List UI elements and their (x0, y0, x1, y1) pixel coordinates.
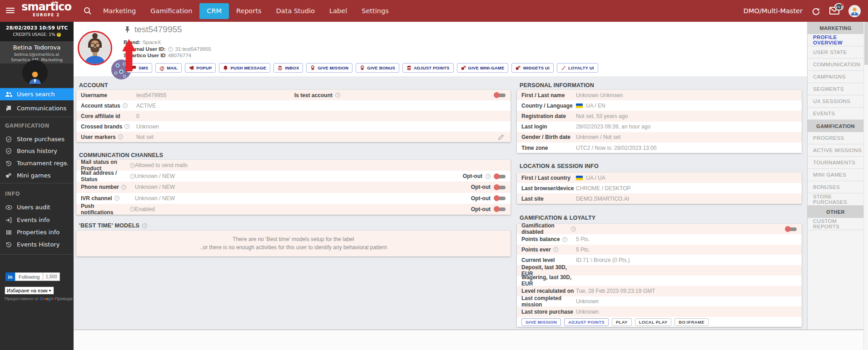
nav-marketing[interactable]: Marketing (96, 0, 143, 22)
rsb-item-segments[interactable]: SEGMENTS (808, 83, 863, 95)
give-bonus-button[interactable]: GIVE BONUS (356, 63, 399, 73)
gamification-disabled-toggle[interactable] (785, 226, 797, 232)
comm-row-ivr: IVR channel?Unknown / NEW Opt-out (76, 193, 511, 204)
help-icon[interactable]: ? (121, 185, 126, 190)
popup-button[interactable]: POPUP (185, 63, 216, 73)
help-icon[interactable]: ? (130, 163, 135, 168)
widgets-ui-button[interactable]: WIDGETS UI (511, 63, 553, 73)
sidebar-item-users-audit[interactable]: Users audit (0, 201, 74, 213)
give-mission-small-button[interactable]: GIVE MISSION (521, 318, 561, 326)
logo-environment-label: EUROPE 2 (21, 13, 72, 17)
sidebar-item-users-search[interactable]: Users search (0, 88, 74, 100)
help-icon[interactable]: ? (130, 207, 135, 212)
adjust-points-button[interactable]: ADJUST POINTS (402, 63, 454, 73)
nav-settings[interactable]: Settings (354, 0, 396, 22)
sidebar-item-properties-info[interactable]: Properties info (0, 226, 74, 238)
account-scope[interactable]: DMO/Multi-Master (744, 7, 803, 15)
sidebar-item-tournament-regs[interactable]: Tournament regs. › (0, 157, 74, 169)
linkedin-follow-label[interactable]: Following (15, 272, 43, 281)
nav-data-studio[interactable]: Data Studio (269, 0, 322, 22)
sidebar-item-bonus-history[interactable]: Bonus history (0, 145, 74, 157)
hamburger-menu-icon[interactable] (6, 8, 15, 15)
mail-optout-toggle[interactable] (494, 173, 506, 179)
user-avatar[interactable] (848, 5, 861, 17)
nav-crm[interactable]: CRM (199, 3, 229, 19)
help-icon[interactable]: ? (118, 134, 123, 139)
rsb-item-active-missions[interactable]: ACTIVE MISSIONS (808, 144, 863, 157)
rsb-item-custom-reports[interactable]: CUSTOM REPORTS (808, 218, 863, 230)
properties-info-icon (5, 229, 12, 236)
rsb-item-events[interactable]: EVENTS (808, 108, 863, 120)
communication-section-title: COMMUNICATION CHANNELS (79, 152, 163, 158)
search-icon[interactable] (83, 6, 92, 15)
sidebar-item-label: Users search (17, 91, 55, 98)
phone-optout-toggle[interactable] (494, 184, 506, 190)
top-right-controls: DMO/Multi-Master 211 (744, 0, 861, 22)
nav-reports[interactable]: Reports (229, 0, 269, 22)
bo-iframe-button[interactable]: BO:IFRAME (675, 318, 709, 326)
rsb-header-marketing: MARKETING (808, 22, 863, 34)
rsb-item-profile-overview[interactable]: PROFILE OVERVIEW (808, 34, 863, 46)
player-avatar[interactable] (78, 31, 112, 65)
inbox-button[interactable]: INBOX (273, 63, 303, 73)
rsb-item-progress[interactable]: PROGRESS (808, 132, 863, 144)
give-mission-button[interactable]: GIVE MISSION (306, 63, 352, 73)
help-icon[interactable]: ? (130, 174, 135, 179)
linkedin-follow-widget[interactable]: in Following 1,500 (5, 272, 60, 281)
give-mini-game-button[interactable]: GIVE MINI-GAME (457, 63, 509, 73)
smartico-logo[interactable]: smartico EUROPE 2 (21, 1, 72, 17)
rsb-item-user-state[interactable]: USER STATE (808, 46, 863, 59)
rsb-item-ux-sessions[interactable]: UX SESSIONS (808, 95, 863, 108)
is-test-account-toggle[interactable] (494, 92, 506, 98)
push-message-button[interactable]: PUSH MESSAGE (219, 63, 270, 73)
help-icon[interactable]: ? (562, 237, 567, 242)
adjust-points-small-button[interactable]: ADJUST POINTS (564, 318, 609, 326)
help-icon[interactable]: ? (571, 227, 576, 232)
help-icon[interactable]: ? (335, 93, 340, 98)
credits-help-icon[interactable]: ? (57, 33, 61, 37)
best-time-card: There are no 'Best time' models setup fo… (76, 231, 511, 256)
loyalty-ui-button[interactable]: LOYALTY UI (557, 63, 598, 73)
rsb-item-bonuses[interactable]: BONUSES (808, 181, 863, 193)
rsb-item-mini-games[interactable]: MINI GAMES (808, 169, 863, 181)
rsb-item-communication[interactable]: COMMUNICATION (808, 59, 863, 71)
sidebar-item-events-info[interactable]: Events info (0, 214, 74, 226)
account-card: Usernametest5479955 Is test account? Acc… (76, 90, 511, 142)
nav-gamification[interactable]: Gamification (143, 0, 199, 22)
vertical-scrollbar[interactable] (863, 22, 868, 350)
help-icon[interactable]: ? (553, 247, 558, 252)
last-site-link[interactable]: DEMO.SMARTICO.AI (576, 196, 629, 202)
rsb-item-tournaments[interactable]: TOURNAMENTS (808, 157, 863, 169)
sidebar-item-label: Properties info (17, 229, 60, 236)
help-icon[interactable]: ? (142, 223, 147, 228)
edit-markers-icon[interactable] (498, 134, 504, 140)
play-button[interactable]: PLAY (612, 318, 632, 326)
ivr-optout-toggle[interactable] (494, 195, 506, 201)
sidebar-item-mini-games[interactable]: Mini games (0, 169, 74, 182)
sidebar-item-events-history[interactable]: Events History (0, 238, 74, 251)
help-icon[interactable]: ? (114, 196, 119, 201)
sidebar-item-communications[interactable]: Communications (0, 102, 74, 114)
local-play-button[interactable]: LOCAL PLAY (635, 318, 672, 326)
store-purchases-icon (5, 136, 12, 143)
pin-icon[interactable] (124, 26, 130, 33)
scrollbar-thumb[interactable] (864, 22, 868, 65)
rsb-item-campaigns[interactable]: CAMPAIGNS (808, 71, 863, 83)
account-row-core-affiliate: Core affiliate id0 (76, 111, 511, 121)
left-sidebar: 28/02/2023 10:59 UTC CREDITS USAGE: 1%? … (0, 22, 74, 350)
account-row-username: Usernametest5479955 Is test account? (76, 90, 511, 100)
nav-label[interactable]: Label (322, 0, 354, 22)
help-icon[interactable]: ? (168, 47, 173, 52)
mail-icon[interactable]: 211 (829, 7, 839, 15)
refresh-icon[interactable] (812, 7, 820, 15)
sidebar-section-gamification: GAMIFICATION (5, 123, 50, 129)
language-select[interactable]: Избиране на език▼ (5, 286, 54, 295)
push-optout-toggle[interactable] (494, 206, 506, 212)
help-icon[interactable]: ? (123, 103, 128, 108)
help-icon[interactable]: ? (486, 174, 491, 179)
help-icon[interactable]: ? (124, 124, 129, 129)
bottom-strip (74, 330, 868, 350)
sidebar-item-store-purchases[interactable]: Store purchases (0, 133, 74, 145)
rsb-item-store-purchases[interactable]: STORE PURCHASES (808, 193, 863, 206)
mail-button[interactable]: @MAIL (155, 63, 182, 73)
